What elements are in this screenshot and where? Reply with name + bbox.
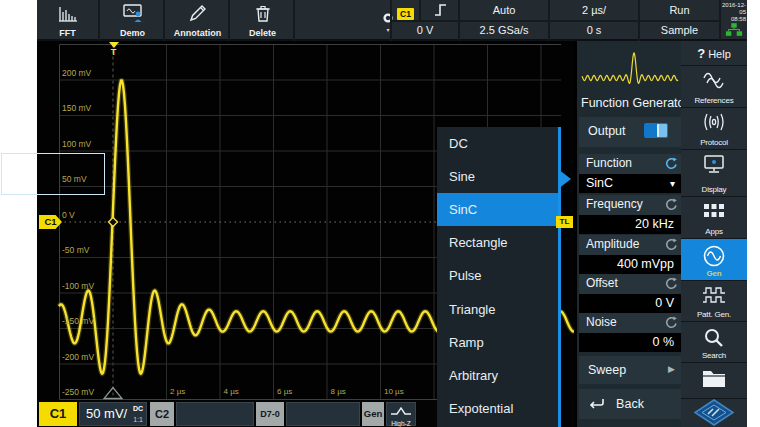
amplitude-field-value[interactable]: 400 mVpp xyxy=(579,255,681,274)
field-label-text: Noise xyxy=(586,315,617,329)
datetime-cell: 2016-12-05 08:58 xyxy=(719,0,747,41)
channel1-scale-cell[interactable]: 50 mV/ DC 1:1 xyxy=(79,402,147,426)
sidebar-item-display[interactable]: Display xyxy=(681,150,747,197)
noise-field-label[interactable]: Noise xyxy=(579,313,681,333)
acquisition-cell[interactable]: Auto 2.5 GSa/s xyxy=(458,0,548,41)
sidebar-item-label: Gen xyxy=(681,269,747,278)
demo-button[interactable]: Demo xyxy=(102,0,165,41)
y-axis-label: 200 mV xyxy=(62,68,91,78)
field-label-text: Amplitude xyxy=(586,237,639,251)
sweep-label: Sweep xyxy=(588,363,626,377)
toggle-knob xyxy=(657,124,667,137)
help-icon: ? xyxy=(697,46,705,61)
trigger-source-cell[interactable]: C1 0 V xyxy=(390,0,458,41)
y-axis-label: 0 V xyxy=(62,210,75,220)
generator-badge[interactable]: Gen xyxy=(362,402,384,426)
sidebar-item-label: References xyxy=(681,96,747,105)
oscilloscope-ui: FFTDemoAnnotationDelete ▾ C1 0 V Auto xyxy=(0,0,760,427)
annotation-button[interactable]: Annotation xyxy=(167,0,230,41)
channel1-badge[interactable]: C1 xyxy=(39,402,77,426)
channel2-badge[interactable]: C2 xyxy=(150,402,174,426)
search-icon xyxy=(681,326,747,354)
frequency-field-label[interactable]: Frequency xyxy=(579,195,681,215)
output-toggle[interactable] xyxy=(644,123,668,138)
trigger-position-marker[interactable]: T xyxy=(106,42,121,57)
digital-channels-badge[interactable]: D7-0 xyxy=(256,402,284,426)
pulse-icon xyxy=(390,406,412,417)
back-button[interactable]: Back xyxy=(579,389,681,419)
pattern-generator-icon xyxy=(681,285,747,309)
trigger-mode-value[interactable]: Auto xyxy=(460,1,548,20)
timebase-value[interactable]: 2 µs/ xyxy=(550,1,638,20)
channel1-scale-value: 50 mV/ xyxy=(86,406,127,421)
field-value-text: 0 V xyxy=(655,296,674,310)
sidebar-item-references[interactable]: References xyxy=(681,66,747,108)
channel1-probe-ratio: 1:1 xyxy=(133,416,143,423)
sidebar-item-label: Display xyxy=(681,185,747,194)
sweep-row[interactable]: Sweep ▶ xyxy=(579,356,681,384)
sidebar-item-help[interactable]: ?Help xyxy=(681,41,747,66)
trigger-slope-cell[interactable] xyxy=(419,0,460,20)
field-label-text: Function xyxy=(586,156,632,170)
acquisition-mode-value[interactable]: Sample xyxy=(640,21,719,40)
function-field-value[interactable]: SinC▾ xyxy=(579,174,681,193)
trigger-source-badge[interactable]: C1 xyxy=(397,8,414,20)
trigger-level-marker[interactable]: TL xyxy=(556,216,573,228)
sidebar-item-file[interactable] xyxy=(681,363,747,399)
function-field-label[interactable]: Function xyxy=(579,154,681,174)
display-icon xyxy=(681,154,747,179)
offset-field-value[interactable]: 0 V xyxy=(579,294,681,313)
run-state-value[interactable]: Run xyxy=(640,1,719,20)
sidebar-item-label: Help xyxy=(708,48,731,60)
toolbar-button-label: Delete xyxy=(232,28,293,38)
trigger-level-value[interactable]: 0 V xyxy=(392,21,458,40)
sidebar-item-apps[interactable]: Apps xyxy=(681,197,747,239)
fft-icon xyxy=(37,2,98,24)
delete-button[interactable]: Delete xyxy=(232,0,295,41)
timebase-cell[interactable]: 2 µs/ 0 s xyxy=(548,0,638,41)
frequency-field-value[interactable]: 20 kHz xyxy=(579,215,681,234)
menu-item-dc[interactable]: DC xyxy=(437,127,558,160)
network-icon xyxy=(725,22,743,37)
sidebar-item-patt-gen[interactable]: Patt. Gen. xyxy=(681,281,747,322)
function-dropdown-menu: DCSineSinCRectanglePulseTriangleRampArbi… xyxy=(437,127,561,427)
menu-item-sinc[interactable]: SinC xyxy=(437,193,558,226)
offset-field-label[interactable]: Offset xyxy=(579,274,681,294)
toolbar-button-label: Annotation xyxy=(167,28,228,38)
menu-item-pulse[interactable]: Pulse xyxy=(437,259,558,292)
menu-item-expotential[interactable]: Expotential xyxy=(437,392,558,425)
x-axis-label: 10 µs xyxy=(384,387,404,396)
amplitude-field-label[interactable]: Amplitude xyxy=(579,235,681,255)
sidebar-item-protocol[interactable]: Protocol xyxy=(681,108,747,150)
demo-icon xyxy=(102,2,163,24)
y-axis-label: 50 mV xyxy=(62,174,87,184)
menu-item-triangle[interactable]: Triangle xyxy=(437,293,558,326)
top-toolbar: FFTDemoAnnotationDelete ▾ C1 0 V Auto xyxy=(37,0,747,41)
field-value-text: 20 kHz xyxy=(635,217,674,231)
run-state-cell[interactable]: Run Sample xyxy=(638,0,719,41)
menu-item-rectangle[interactable]: Rectangle xyxy=(437,226,558,259)
x-axis-label: 2 µs xyxy=(170,387,185,396)
menu-item-sine[interactable]: Sine xyxy=(437,160,558,193)
x-axis-label: 8 µs xyxy=(331,387,346,396)
toolbar-button-label: FFT xyxy=(37,28,98,38)
channel2-cell[interactable] xyxy=(176,402,254,426)
output-row[interactable]: Output xyxy=(579,117,681,147)
sidebar-item-search[interactable]: Search xyxy=(681,322,747,363)
trigger-point-diamond-marker[interactable] xyxy=(109,218,118,227)
sidebar-item-gen[interactable]: Gen xyxy=(681,239,747,281)
chevron-down-icon[interactable]: ▾ xyxy=(670,174,675,193)
menu-item-ramp[interactable]: Ramp xyxy=(437,326,558,359)
digital-channels-cell[interactable] xyxy=(286,402,360,426)
sample-rate-value[interactable]: 2.5 GSa/s xyxy=(460,21,548,40)
horizontal-position-value[interactable]: 0 s xyxy=(550,21,638,40)
apps-grid-icon xyxy=(681,201,747,225)
channel1-coupling: DC xyxy=(133,405,143,412)
fft-button[interactable]: FFT xyxy=(37,0,100,41)
generator-cell[interactable]: High-Z xyxy=(386,402,416,426)
menu-item-arbitrary[interactable]: Arbitrary xyxy=(437,359,558,392)
y-axis-label: -50 mV xyxy=(62,245,89,255)
noise-field-value[interactable]: 0 % xyxy=(579,333,681,352)
function-generator-panel: Function Generator Output FunctionSinC▾F… xyxy=(575,41,681,427)
output-label: Output xyxy=(588,124,626,138)
